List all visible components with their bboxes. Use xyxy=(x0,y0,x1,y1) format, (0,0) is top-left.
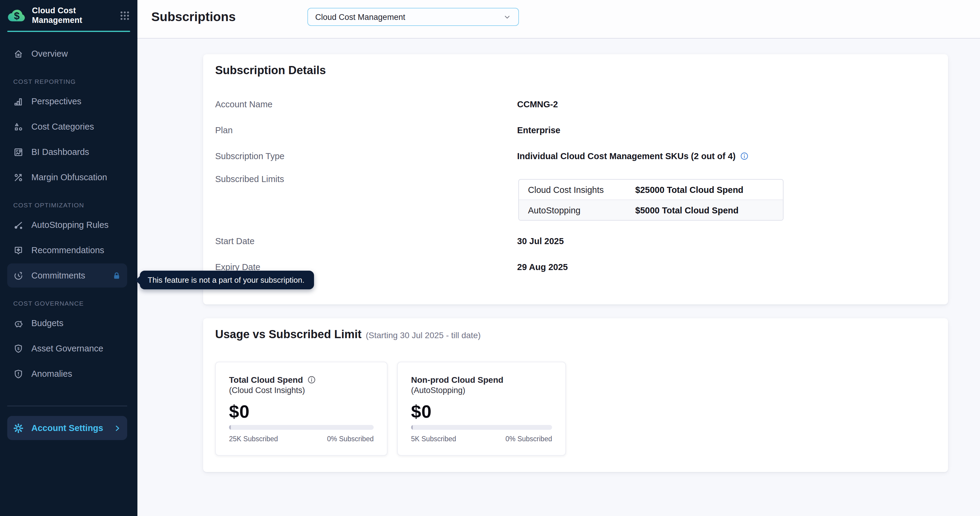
sidebar-item-anomalies[interactable]: Anomalies xyxy=(7,362,127,386)
sidebar-item-commitments[interactable]: Commitments xyxy=(7,263,127,288)
sidebar-item-label: Cost Categories xyxy=(31,122,94,131)
subscription-type-label: Subscription Type xyxy=(215,151,517,161)
subscription-tooltip: This feature is not a part of your subsc… xyxy=(140,271,314,289)
subscription-details-title: Subscription Details xyxy=(215,64,326,77)
info-icon[interactable] xyxy=(307,376,315,384)
sidebar-section-cost-reporting: COST REPORTING xyxy=(13,78,127,85)
progress-fill xyxy=(411,425,413,430)
cloud-dollar-logo: $ xyxy=(7,6,27,25)
sidebar-item-label: Overview xyxy=(31,49,68,59)
page-title: Subscriptions xyxy=(151,10,235,24)
plan-value: Enterprise xyxy=(517,125,560,135)
bar-chart-icon xyxy=(13,96,24,107)
subscribed-limits-label: Subscribed Limits xyxy=(215,174,517,184)
progress-fill xyxy=(229,425,231,430)
account-name-label: Account Name xyxy=(215,99,517,109)
sidebar-item-label: AutoStopping Rules xyxy=(31,220,108,230)
sidebar-item-bi-dashboards[interactable]: BI Dashboards xyxy=(7,140,127,164)
brand-divider xyxy=(7,31,130,32)
sidebar-section-cost-governance: COST GOVERNANCE xyxy=(13,299,127,307)
module-dropdown-value: Cloud Cost Management xyxy=(315,12,405,21)
account-name-row: Account Name CCMNG-2 xyxy=(215,95,934,113)
limit-name: Cloud Cost Insights xyxy=(519,185,635,194)
chevron-down-icon xyxy=(503,13,511,21)
sidebar-item-label: Budgets xyxy=(31,318,63,328)
sidebar-item-label: Account Settings xyxy=(31,423,103,433)
history-icon xyxy=(13,270,24,280)
svg-text:$: $ xyxy=(17,346,19,350)
sidebar-section-cost-optimization: COST OPTIMIZATION xyxy=(13,201,127,209)
app-root: $ Cloud Cost Management xyxy=(0,0,980,516)
subscription-details-card: Subscription Details Account Name CCMNG-… xyxy=(203,54,948,304)
progress-bar xyxy=(411,425,552,430)
start-date-row: Start Date 30 Jul 2025 xyxy=(215,232,934,250)
expiry-date-row: Expiry Date 29 Aug 2025 xyxy=(215,258,934,276)
usage-card: Usage vs Subscribed Limit(Starting 30 Ju… xyxy=(203,318,948,472)
recommendation-icon xyxy=(13,245,24,255)
sidebar-footer-divider xyxy=(7,406,127,406)
sidebar-item-label: BI Dashboards xyxy=(31,147,89,157)
info-icon[interactable] xyxy=(740,152,748,160)
svg-text:$: $ xyxy=(14,10,19,21)
sidebar: $ Cloud Cost Management xyxy=(0,0,137,516)
subscribed-limit-label: 5K Subscribed xyxy=(411,435,456,443)
lock-icon xyxy=(112,271,121,280)
sidebar-item-account-settings[interactable]: Account Settings xyxy=(7,416,127,440)
shield-alert-icon xyxy=(13,369,24,379)
sidebar-item-perspectives[interactable]: Perspectives xyxy=(7,89,127,113)
subscription-type-value: Individual Cloud Cost Management SKUs (2… xyxy=(517,151,736,161)
subscribed-percent-label: 0% Subscribed xyxy=(505,435,552,443)
start-date-label: Start Date xyxy=(215,236,517,246)
sidebar-item-recommendations[interactable]: Recommendations xyxy=(7,238,127,262)
account-name-value: CCMNG-2 xyxy=(517,99,558,109)
sidebar-item-asset-governance[interactable]: $ Asset Governance xyxy=(7,336,127,360)
table-row: Cloud Cost Insights $25000 Total Cloud S… xyxy=(519,180,783,199)
limit-value: $25000 Total Cloud Spend xyxy=(635,185,743,194)
chevron-right-icon xyxy=(113,424,121,432)
sidebar-item-overview[interactable]: Overview xyxy=(7,41,127,66)
table-row: AutoStopping $5000 Total Cloud Spend xyxy=(519,199,783,220)
dashboard-icon xyxy=(13,147,24,157)
autostopping-icon xyxy=(13,220,24,230)
total-cloud-spend-subtitle: (Cloud Cost Insights) xyxy=(229,385,374,396)
brand: $ Cloud Cost Management xyxy=(0,0,137,25)
sidebar-item-label: Perspectives xyxy=(31,96,81,106)
sidebar-item-label: Anomalies xyxy=(31,369,72,379)
usage-subtitle: (Starting 30 Jul 2025 - till date) xyxy=(366,330,480,340)
sidebar-nav: Overview COST REPORTING Perspectives Cos… xyxy=(0,41,137,386)
grid-apps-icon[interactable] xyxy=(119,10,130,21)
shield-dollar-icon: $ xyxy=(13,343,24,354)
module-dropdown[interactable]: Cloud Cost Management xyxy=(307,8,519,26)
home-icon xyxy=(13,49,24,59)
piggy-bank-icon: $ xyxy=(13,318,24,328)
total-cloud-spend-title: Total Cloud Spend xyxy=(229,374,303,385)
subscribed-limit-label: 25K Subscribed xyxy=(229,435,278,443)
progress-bar xyxy=(229,425,374,430)
plan-label: Plan xyxy=(215,125,517,135)
limit-name: AutoStopping xyxy=(519,205,635,215)
page-header: Subscriptions Cloud Cost Management xyxy=(137,0,980,38)
sidebar-item-label: Commitments xyxy=(31,271,85,280)
sidebar-item-label: Margin Obfuscation xyxy=(31,172,107,182)
usage-title: Usage vs Subscribed Limit(Starting 30 Ju… xyxy=(215,328,480,341)
shapes-icon xyxy=(13,121,24,132)
sidebar-item-margin-obfuscation[interactable]: Margin Obfuscation xyxy=(7,165,127,189)
sidebar-item-cost-categories[interactable]: Cost Categories xyxy=(7,115,127,139)
nonprod-cloud-spend-amount: $0 xyxy=(411,401,552,422)
sidebar-item-autostopping-rules[interactable]: AutoStopping Rules xyxy=(7,213,127,237)
svg-text:$: $ xyxy=(18,322,19,325)
subscription-type-row: Subscription Type Individual Cloud Cost … xyxy=(215,147,934,165)
subscribed-percent-label: 0% Subscribed xyxy=(327,435,374,443)
nonprod-cloud-spend-subtitle: (AutoStopping) xyxy=(411,385,552,396)
gear-icon xyxy=(13,423,24,433)
expiry-date-value: 29 Aug 2025 xyxy=(517,262,568,272)
plan-row: Plan Enterprise xyxy=(215,121,934,139)
limit-value: $5000 Total Cloud Spend xyxy=(635,205,739,215)
main-area: Subscriptions Cloud Cost Management Subs… xyxy=(137,0,980,516)
sidebar-item-label: Asset Governance xyxy=(31,344,103,353)
app-title: Cloud Cost Management xyxy=(32,6,82,25)
percent-icon xyxy=(13,172,24,182)
sidebar-item-label: Recommendations xyxy=(31,245,104,255)
nonprod-cloud-spend-card: Non-prod Cloud Spend (AutoStopping) $0 5… xyxy=(397,362,566,456)
sidebar-item-budgets[interactable]: $ Budgets xyxy=(7,311,127,335)
